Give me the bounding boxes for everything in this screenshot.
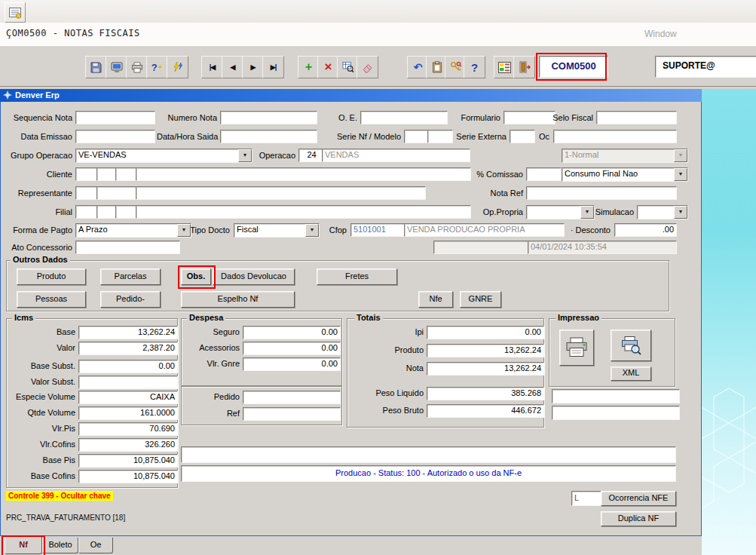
- simulacao-select[interactable]: ▼: [637, 205, 688, 219]
- data-hora-saida-field[interactable]: [220, 130, 317, 143]
- obs-button[interactable]: Obs.: [181, 268, 211, 285]
- data-emissao-field[interactable]: [75, 130, 155, 143]
- menu-button[interactable]: [494, 56, 516, 78]
- help-button[interactable]: ?: [464, 56, 485, 78]
- icms-valor-field[interactable]: 2,387.20: [78, 342, 178, 355]
- oc-field[interactable]: [553, 130, 677, 143]
- icms-valor-subst-field[interactable]: [78, 376, 178, 389]
- totais-produto-field[interactable]: 13,262.24: [427, 344, 544, 357]
- filial-name-field[interactable]: [136, 205, 471, 219]
- acessorios-field[interactable]: 0.00: [243, 342, 341, 355]
- tab-oe-label: Oe: [90, 540, 102, 549]
- next-record-icon: ▶: [251, 63, 256, 71]
- ocorrencia-nfe-button[interactable]: Ocorrencia NFE: [601, 491, 676, 506]
- next-record-button[interactable]: ▶: [242, 56, 264, 78]
- numero-nota-field[interactable]: [220, 111, 317, 124]
- impressao-extra-field-2[interactable]: [552, 406, 680, 420]
- serie-nf-label: Serie Nf / Modelo: [333, 131, 401, 143]
- representante-name-field[interactable]: [136, 186, 426, 200]
- ref-field[interactable]: [243, 407, 341, 421]
- icms-especie-volume-field[interactable]: CAIXA: [78, 391, 178, 404]
- save-button[interactable]: [85, 56, 107, 78]
- first-record-button[interactable]: |◀: [201, 56, 223, 78]
- desconto-field[interactable]: .00: [614, 223, 677, 237]
- print-button[interactable]: [126, 56, 148, 78]
- imprimir-button[interactable]: [559, 330, 594, 366]
- previous-record-button[interactable]: ◀: [222, 56, 243, 78]
- produto-button[interactable]: Produto: [17, 268, 86, 285]
- ato-concessorio-field[interactable]: [75, 241, 180, 254]
- screen-button[interactable]: [106, 56, 127, 78]
- monitor-icon: [111, 62, 123, 73]
- chevron-down-icon[interactable]: ▼: [305, 224, 319, 237]
- icms-vlr-pis-field[interactable]: 70.690: [78, 422, 178, 436]
- last-record-button[interactable]: ▶|: [262, 56, 284, 78]
- peso-bruto-field[interactable]: 446.672: [427, 404, 544, 418]
- icms-vlr-cofins-field[interactable]: 326.260: [78, 438, 178, 452]
- delete-record-button[interactable]: ×: [317, 56, 339, 78]
- serie-nf-field[interactable]: [404, 130, 430, 143]
- forma-pagto-select[interactable]: A Prazo ▼: [75, 223, 191, 238]
- query-button[interactable]: [337, 56, 359, 78]
- icms-qtde-volume-field[interactable]: 161.0000: [78, 406, 178, 420]
- xml-button[interactable]: XML: [611, 366, 651, 381]
- icms-base-cofins-field[interactable]: 10,875.040: [78, 470, 178, 483]
- dados-devolucao-button[interactable]: Dados Devolucao: [213, 268, 295, 285]
- query-magnifier-icon: [342, 61, 354, 73]
- chevron-down-icon[interactable]: ▼: [674, 206, 687, 219]
- operacao-field[interactable]: 24: [298, 149, 325, 162]
- chevron-down-icon[interactable]: ▼: [238, 149, 252, 162]
- icms-base-pis-field[interactable]: 10,875.040: [78, 454, 178, 468]
- oc-label: Oc: [534, 131, 549, 143]
- cliente-name-field[interactable]: [136, 167, 471, 181]
- cfop-field[interactable]: 5101001: [350, 223, 407, 237]
- window-menu[interactable]: Window: [644, 29, 677, 39]
- app-icon-button[interactable]: [5, 2, 26, 23]
- icms-base-subst-field[interactable]: 0.00: [78, 360, 178, 373]
- comissao-field[interactable]: [526, 167, 562, 181]
- espelho-nf-button[interactable]: Espelho Nf: [181, 291, 295, 308]
- representante-code2-field[interactable]: [96, 186, 139, 200]
- l-field[interactable]: L: [571, 491, 604, 506]
- impressao-extra-field-1[interactable]: [552, 389, 680, 403]
- clear-button[interactable]: [357, 56, 378, 78]
- tab-oe[interactable]: Oe: [78, 538, 113, 553]
- hint-question-icon: ?: [152, 62, 158, 73]
- chave-field[interactable]: [181, 446, 676, 463]
- execute-button[interactable]: [167, 56, 188, 78]
- fretes-button[interactable]: Fretes: [317, 268, 397, 285]
- sequencia-nota-field[interactable]: [75, 111, 155, 124]
- seguro-field[interactable]: 0.00: [243, 326, 341, 339]
- oe-field[interactable]: [360, 111, 448, 124]
- tab-boleto[interactable]: Boleto: [42, 538, 78, 553]
- insert-record-button[interactable]: +: [298, 56, 320, 78]
- nfe-button[interactable]: Nfe: [418, 291, 453, 308]
- peso-liquido-field[interactable]: 385.268: [427, 387, 544, 400]
- ipi-field[interactable]: 0.00: [427, 326, 544, 339]
- parcelas-button[interactable]: Parcelas: [100, 268, 161, 285]
- gnre-button[interactable]: GNRE: [460, 291, 501, 308]
- ato-concessorio-label: Ato Concessorio: [5, 242, 72, 253]
- selo-fiscal-field[interactable]: [596, 111, 677, 124]
- clipboard-icon: [432, 61, 442, 73]
- user-field[interactable]: SUPORTE@: [655, 56, 756, 78]
- hint-button[interactable]: ?✦: [146, 56, 168, 78]
- icms-base-field[interactable]: 13,262.24: [78, 326, 178, 339]
- tab-nf[interactable]: Nf: [5, 537, 42, 554]
- numero-nota-label: Numero Nota: [157, 112, 217, 124]
- pedido-field[interactable]: [243, 391, 341, 404]
- preview-button[interactable]: [611, 330, 651, 361]
- totais-nota-field[interactable]: 13,262.24: [427, 362, 544, 376]
- chevron-down-icon[interactable]: ▼: [674, 168, 687, 181]
- exit-button[interactable]: [513, 56, 535, 78]
- duplica-nf-button[interactable]: Duplica NF: [601, 511, 676, 526]
- grupo-operacao-select[interactable]: VE-VENDAS ▼: [75, 149, 253, 163]
- serie-externa-field[interactable]: [510, 130, 535, 143]
- nota-ref-field[interactable]: [526, 186, 677, 200]
- consumo-final-select[interactable]: Consumo Final Nao ▼: [562, 167, 688, 182]
- tipo-docto-select[interactable]: Fiscal ▼: [234, 223, 320, 238]
- pessoas-button[interactable]: Pessoas: [17, 291, 86, 308]
- lightning-icon: [172, 61, 184, 73]
- vlr-gnre-field[interactable]: 0.00: [243, 357, 341, 371]
- pedido-button[interactable]: Pedido-: [100, 291, 161, 308]
